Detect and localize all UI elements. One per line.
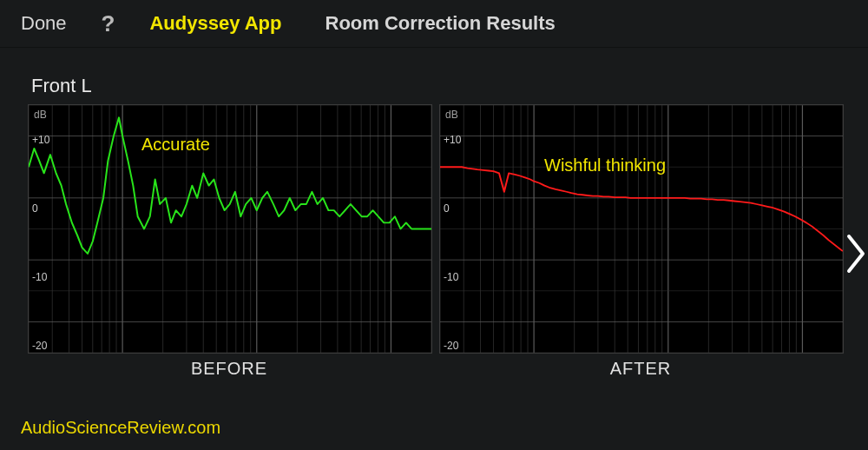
page-root: Done ? Audyssey App Room Correction Resu… [0,0,868,450]
attribution-label: AudioScienceReview.com [21,418,220,438]
annotation-before: Accurate [141,135,210,155]
chart-after: dB Wishful thinking 1001k10k Hz+100-10-2… [439,104,844,354]
chart-before: dB Accurate 1001k10k Hz+100-10-20 [28,104,432,354]
charts-row: dB Accurate 1001k10k Hz+100-10-20 BEFORE… [28,104,842,379]
done-button[interactable]: Done [21,12,67,35]
next-button[interactable] [845,233,868,275]
chevron-right-icon [845,233,868,275]
help-icon[interactable]: ? [102,10,115,37]
axis-y-tick: +10 [444,134,461,146]
chart-caption-before: BEFORE [28,359,431,379]
axis-y-tick: 0 [444,202,450,215]
axis-y-tick: -10 [32,271,47,283]
chart-caption-after: AFTER [439,359,842,379]
axis-y-tick: +10 [32,134,49,146]
axis-y-tick: 0 [32,202,38,215]
axis-y-tick: -10 [444,271,458,283]
axis-y-tick: -20 [32,340,47,352]
axis-y-label: dB [34,109,47,121]
app-name: Audyssey App [149,12,281,35]
axis-y-label: dB [445,109,458,121]
annotation-after: Wishful thinking [544,156,666,175]
screen-title: Room Correction Results [326,12,556,35]
header-bar: Done ? Audyssey App Room Correction Resu… [0,0,868,48]
channel-label: Front L [31,75,92,97]
chart-col-after: dB Wishful thinking 1001k10k Hz+100-10-2… [439,104,842,379]
axis-y-tick: -20 [444,340,458,352]
chart-col-before: dB Accurate 1001k10k Hz+100-10-20 BEFORE [28,104,431,379]
